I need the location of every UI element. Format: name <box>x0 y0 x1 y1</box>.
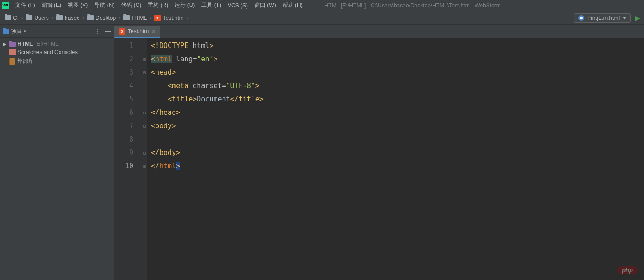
project-title[interactable]: 项目 ▾ <box>3 27 26 35</box>
breadcrumb: C: › Users › hasee › Desktop › HTML › 5 … <box>4 14 188 22</box>
watermark: php <box>617 267 638 274</box>
crumb-label: hasee <box>65 15 80 21</box>
menu-view[interactable]: 视图 (V) <box>65 0 91 10</box>
menu-file[interactable]: 文件 (F) <box>12 0 38 10</box>
tree-label: Scratches and Consoles <box>18 49 78 55</box>
menu-bar: WS 文件 (F) 编辑 (E) 视图 (V) 导航 (N) 代码 (C) 重构… <box>0 0 644 11</box>
menu-navigate[interactable]: 导航 (N) <box>91 0 118 10</box>
menu-tools[interactable]: 工具 (T) <box>198 0 224 10</box>
line-number: 2 <box>114 53 133 66</box>
line-number-current: 10 <box>114 160 133 173</box>
minimize-icon[interactable]: — <box>105 28 111 35</box>
line-number-gutter: 1 2 3 4 5 6 7 8 9 10 <box>114 38 142 280</box>
line-number: 5 <box>114 93 133 106</box>
fold-gutter: ⊟⊟ ⊞⊟ ⊞⊞ <box>142 38 147 280</box>
project-folder-icon <box>9 42 16 47</box>
toolbar-right: PingLun.html ▼ ▶ <box>574 13 640 23</box>
menu-help[interactable]: 帮助 (H) <box>279 0 306 10</box>
library-icon <box>9 58 15 65</box>
crumb-test-file[interactable]: 5 Test.htm <box>153 14 184 22</box>
run-config-label: PingLun.html <box>587 15 620 21</box>
chevron-down-icon: ▾ <box>24 29 26 34</box>
line-number: 9 <box>114 146 133 160</box>
menu-vcs[interactable]: VCS (S) <box>224 1 251 10</box>
main-panel: 项目 ▾ ⋮ — ▶ HTML E:\HTML Scratches and Co… <box>0 25 644 280</box>
expand-arrow-icon[interactable]: ▶ <box>3 42 7 47</box>
crumb-label: Test.htm <box>163 15 183 21</box>
line-number: 3 <box>114 66 133 79</box>
menu-run[interactable]: 运行 (U) <box>171 0 198 10</box>
more-icon[interactable]: ⋮ <box>95 28 101 35</box>
line-number: 7 <box>114 119 133 133</box>
run-button[interactable]: ▶ <box>635 14 640 22</box>
editor-area: 5 Test.htm ✕ 1 2 3 4 5 6 7 8 9 10 ⊟⊟ ⊞⊟ … <box>114 25 644 280</box>
project-header: 项目 ▾ ⋮ — <box>0 25 114 38</box>
code-content[interactable]: <!DOCTYPE html><html lang="en"><head> <m… <box>147 38 264 280</box>
folder-icon <box>26 15 32 20</box>
chrome-icon <box>578 15 584 21</box>
editor-tabs: 5 Test.htm ✕ <box>114 25 644 38</box>
close-tab-icon[interactable]: ✕ <box>151 29 156 35</box>
project-tree: ▶ HTML E:\HTML Scratches and Consoles 外部… <box>0 38 114 68</box>
scratches-icon <box>9 49 16 55</box>
tree-item-html-project[interactable]: ▶ HTML E:\HTML <box>0 40 114 48</box>
tree-path: E:\HTML <box>36 41 58 47</box>
tree-item-scratches[interactable]: Scratches and Consoles <box>0 48 114 56</box>
navigation-bar: C: › Users › hasee › Desktop › HTML › 5 … <box>0 11 644 25</box>
folder-icon <box>5 15 11 20</box>
project-icon <box>3 29 9 34</box>
tree-label: 外部库 <box>17 57 34 65</box>
chevron-right-icon: › <box>83 14 84 21</box>
line-number: 8 <box>114 133 133 146</box>
menu-code[interactable]: 代码 (C) <box>118 0 144 10</box>
chevron-right-icon: › <box>52 14 54 21</box>
folder-icon <box>56 15 63 20</box>
chevron-right-icon: › <box>119 14 120 21</box>
svg-point-1 <box>580 17 583 19</box>
line-number: 6 <box>114 106 133 119</box>
chevron-right-icon: › <box>150 14 151 21</box>
tab-label: Test.htm <box>128 28 149 35</box>
menu-window[interactable]: 窗口 (W) <box>251 0 279 10</box>
html-file-icon: 5 <box>119 28 125 35</box>
project-tool-window: 项目 ▾ ⋮ — ▶ HTML E:\HTML Scratches and Co… <box>0 25 114 280</box>
crumb-hasee[interactable]: hasee <box>55 14 81 22</box>
crumb-html-folder[interactable]: HTML <box>122 14 148 22</box>
crumb-label: Users <box>34 15 48 21</box>
run-configuration-dropdown[interactable]: PingLun.html ▼ <box>574 13 631 23</box>
crumb-users[interactable]: Users <box>25 14 49 22</box>
app-logo-icon: WS <box>2 2 9 9</box>
crumb-c-drive[interactable]: C: <box>4 14 19 22</box>
code-editor[interactable]: 1 2 3 4 5 6 7 8 9 10 ⊟⊟ ⊞⊟ ⊞⊞ <!DOCTYPE … <box>114 38 644 280</box>
line-number: 1 <box>114 39 133 53</box>
html-file-icon: 5 <box>154 15 161 21</box>
editor-tab-test-htm[interactable]: 5 Test.htm ✕ <box>114 26 160 38</box>
chevron-right-icon: › <box>21 14 23 21</box>
project-title-label: 项目 <box>11 27 22 35</box>
line-number: 4 <box>114 79 133 93</box>
folder-icon <box>123 15 130 20</box>
crumb-label: Desktop <box>96 15 116 21</box>
crumb-label: HTML <box>132 15 147 21</box>
crumb-desktop[interactable]: Desktop <box>86 14 117 22</box>
window-title: HTML [E:\HTML] - C:\Users\hasee\Desktop\… <box>325 2 501 9</box>
watermark-label: php <box>617 266 638 274</box>
folder-icon <box>87 15 94 20</box>
tree-item-external-libs[interactable]: 外部库 <box>0 56 114 66</box>
chevron-right-icon: › <box>187 14 188 21</box>
tree-label: HTML <box>18 41 33 47</box>
chevron-down-icon: ▼ <box>622 16 626 20</box>
menu-refactor[interactable]: 重构 (R) <box>144 0 171 10</box>
menu-edit[interactable]: 编辑 (E) <box>38 0 65 10</box>
crumb-label: C: <box>13 15 18 21</box>
